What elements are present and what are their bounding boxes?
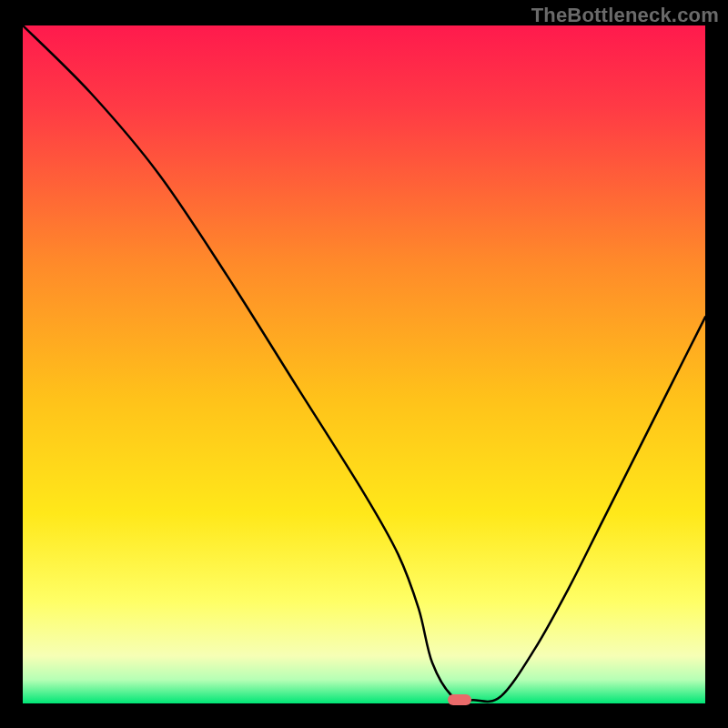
- bottleneck-chart-svg: [23, 25, 705, 703]
- optimal-marker: [448, 694, 471, 705]
- plot-area: [23, 25, 705, 703]
- chart-container: TheBottleneck.com: [0, 0, 728, 728]
- watermark-text: TheBottleneck.com: [531, 4, 719, 27]
- gradient-background: [23, 25, 705, 703]
